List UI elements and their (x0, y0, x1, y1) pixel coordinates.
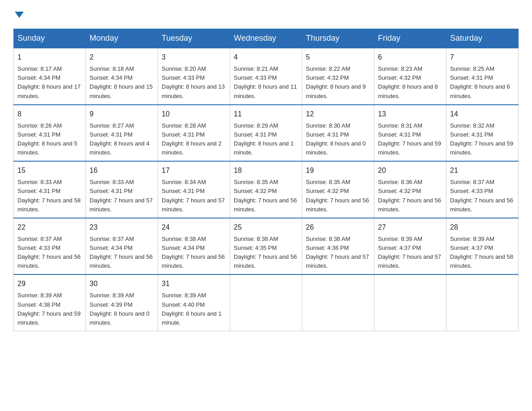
day-info: Sunrise: 8:21 AMSunset: 4:33 PMDaylight:… (234, 65, 297, 99)
calendar-cell: 3 Sunrise: 8:20 AMSunset: 4:33 PMDayligh… (158, 48, 230, 105)
column-header-monday: Monday (86, 29, 158, 48)
calendar-cell: 4 Sunrise: 8:21 AMSunset: 4:33 PMDayligh… (230, 48, 302, 105)
page-header (13, 9, 519, 20)
day-info: Sunrise: 8:35 AMSunset: 4:32 PMDaylight:… (306, 179, 369, 212)
day-info: Sunrise: 8:38 AMSunset: 4:36 PMDaylight:… (306, 235, 369, 269)
calendar-cell: 12 Sunrise: 8:30 AMSunset: 4:31 PMDaylig… (302, 105, 374, 162)
day-info: Sunrise: 8:31 AMSunset: 4:31 PMDaylight:… (378, 122, 441, 156)
day-number: 7 (450, 52, 515, 63)
day-number: 11 (234, 109, 298, 120)
day-number: 18 (234, 165, 298, 176)
day-info: Sunrise: 8:17 AMSunset: 4:34 PMDaylight:… (17, 65, 81, 99)
day-info: Sunrise: 8:28 AMSunset: 4:31 PMDaylight:… (162, 122, 222, 156)
calendar-cell: 19 Sunrise: 8:35 AMSunset: 4:32 PMDaylig… (302, 161, 374, 218)
calendar-cell: 16 Sunrise: 8:33 AMSunset: 4:31 PMDaylig… (86, 161, 158, 218)
calendar-cell: 15 Sunrise: 8:33 AMSunset: 4:31 PMDaylig… (14, 161, 86, 218)
column-header-friday: Friday (374, 29, 446, 48)
day-number: 19 (306, 165, 370, 176)
calendar-cell: 28 Sunrise: 8:39 AMSunset: 4:37 PMDaylig… (446, 218, 519, 275)
day-number: 15 (17, 165, 82, 176)
day-info: Sunrise: 8:29 AMSunset: 4:31 PMDaylight:… (234, 122, 294, 156)
day-number: 12 (306, 109, 370, 120)
calendar-cell (230, 274, 302, 331)
day-number: 29 (17, 278, 82, 289)
calendar-week-row: 1 Sunrise: 8:17 AMSunset: 4:34 PMDayligh… (14, 48, 519, 105)
day-number: 13 (378, 109, 442, 120)
day-number: 17 (162, 165, 226, 176)
calendar-cell: 18 Sunrise: 8:35 AMSunset: 4:32 PMDaylig… (230, 161, 302, 218)
calendar-week-row: 15 Sunrise: 8:33 AMSunset: 4:31 PMDaylig… (14, 161, 519, 218)
day-info: Sunrise: 8:39 AMSunset: 4:37 PMDaylight:… (450, 235, 513, 269)
logo (13, 9, 24, 20)
calendar-week-row: 8 Sunrise: 8:26 AMSunset: 4:31 PMDayligh… (14, 105, 519, 162)
day-info: Sunrise: 8:37 AMSunset: 4:34 PMDaylight:… (90, 235, 153, 269)
calendar-cell: 1 Sunrise: 8:17 AMSunset: 4:34 PMDayligh… (14, 48, 86, 105)
calendar-cell (374, 274, 446, 331)
day-info: Sunrise: 8:23 AMSunset: 4:32 PMDaylight:… (378, 65, 438, 99)
day-number: 4 (234, 52, 298, 63)
calendar-cell (446, 274, 519, 331)
calendar-cell: 6 Sunrise: 8:23 AMSunset: 4:32 PMDayligh… (374, 48, 446, 105)
calendar-cell: 31 Sunrise: 8:39 AMSunset: 4:40 PMDaylig… (158, 274, 230, 331)
day-number: 20 (378, 165, 442, 176)
day-info: Sunrise: 8:36 AMSunset: 4:32 PMDaylight:… (378, 179, 441, 212)
day-info: Sunrise: 8:35 AMSunset: 4:32 PMDaylight:… (234, 179, 297, 212)
day-number: 14 (450, 109, 515, 120)
svg-marker-0 (15, 12, 24, 18)
column-header-sunday: Sunday (14, 29, 86, 48)
column-header-saturday: Saturday (446, 29, 519, 48)
day-number: 22 (17, 222, 82, 233)
calendar-cell: 7 Sunrise: 8:25 AMSunset: 4:31 PMDayligh… (446, 48, 519, 105)
calendar-cell: 11 Sunrise: 8:29 AMSunset: 4:31 PMDaylig… (230, 105, 302, 162)
calendar-header-row: SundayMondayTuesdayWednesdayThursdayFrid… (14, 29, 519, 48)
day-info: Sunrise: 8:39 AMSunset: 4:37 PMDaylight:… (378, 235, 441, 269)
day-number: 6 (378, 52, 442, 63)
day-info: Sunrise: 8:22 AMSunset: 4:32 PMDaylight:… (306, 65, 366, 99)
calendar-cell: 10 Sunrise: 8:28 AMSunset: 4:31 PMDaylig… (158, 105, 230, 162)
day-info: Sunrise: 8:39 AMSunset: 4:40 PMDaylight:… (162, 292, 222, 325)
day-info: Sunrise: 8:27 AMSunset: 4:31 PMDaylight:… (90, 122, 150, 156)
calendar-cell: 5 Sunrise: 8:22 AMSunset: 4:32 PMDayligh… (302, 48, 374, 105)
calendar-cell: 9 Sunrise: 8:27 AMSunset: 4:31 PMDayligh… (86, 105, 158, 162)
day-info: Sunrise: 8:38 AMSunset: 4:35 PMDaylight:… (234, 235, 297, 269)
day-info: Sunrise: 8:18 AMSunset: 4:34 PMDaylight:… (90, 65, 153, 99)
day-number: 27 (378, 222, 442, 233)
day-number: 1 (17, 52, 82, 63)
calendar-week-row: 22 Sunrise: 8:37 AMSunset: 4:33 PMDaylig… (14, 218, 519, 275)
day-number: 25 (234, 222, 298, 233)
day-info: Sunrise: 8:38 AMSunset: 4:34 PMDaylight:… (162, 235, 225, 269)
day-info: Sunrise: 8:34 AMSunset: 4:31 PMDaylight:… (162, 179, 225, 212)
day-info: Sunrise: 8:26 AMSunset: 4:31 PMDaylight:… (17, 122, 77, 156)
day-number: 30 (90, 278, 154, 289)
day-number: 2 (90, 52, 154, 63)
calendar-cell: 24 Sunrise: 8:38 AMSunset: 4:34 PMDaylig… (158, 218, 230, 275)
calendar-cell: 27 Sunrise: 8:39 AMSunset: 4:37 PMDaylig… (374, 218, 446, 275)
day-info: Sunrise: 8:33 AMSunset: 4:31 PMDaylight:… (90, 179, 153, 212)
day-number: 8 (17, 109, 82, 120)
calendar-cell: 14 Sunrise: 8:32 AMSunset: 4:31 PMDaylig… (446, 105, 519, 162)
calendar-cell: 29 Sunrise: 8:39 AMSunset: 4:38 PMDaylig… (14, 274, 86, 331)
calendar-cell: 2 Sunrise: 8:18 AMSunset: 4:34 PMDayligh… (86, 48, 158, 105)
column-header-wednesday: Wednesday (230, 29, 302, 48)
day-number: 9 (90, 109, 154, 120)
calendar-cell: 20 Sunrise: 8:36 AMSunset: 4:32 PMDaylig… (374, 161, 446, 218)
day-info: Sunrise: 8:37 AMSunset: 4:33 PMDaylight:… (17, 235, 81, 269)
calendar-cell: 22 Sunrise: 8:37 AMSunset: 4:33 PMDaylig… (14, 218, 86, 275)
day-number: 26 (306, 222, 370, 233)
calendar-cell: 17 Sunrise: 8:34 AMSunset: 4:31 PMDaylig… (158, 161, 230, 218)
day-number: 28 (450, 222, 515, 233)
day-number: 23 (90, 222, 154, 233)
calendar-cell: 26 Sunrise: 8:38 AMSunset: 4:36 PMDaylig… (302, 218, 374, 275)
calendar-cell: 23 Sunrise: 8:37 AMSunset: 4:34 PMDaylig… (86, 218, 158, 275)
day-info: Sunrise: 8:30 AMSunset: 4:31 PMDaylight:… (306, 122, 366, 156)
logo-arrow-icon (15, 10, 24, 21)
day-info: Sunrise: 8:33 AMSunset: 4:31 PMDaylight:… (17, 179, 81, 212)
day-info: Sunrise: 8:32 AMSunset: 4:31 PMDaylight:… (450, 122, 513, 156)
day-info: Sunrise: 8:37 AMSunset: 4:33 PMDaylight:… (450, 179, 513, 212)
column-header-thursday: Thursday (302, 29, 374, 48)
day-number: 24 (162, 222, 226, 233)
day-info: Sunrise: 8:39 AMSunset: 4:39 PMDaylight:… (90, 292, 150, 325)
calendar-cell (302, 274, 374, 331)
day-number: 5 (306, 52, 370, 63)
calendar-week-row: 29 Sunrise: 8:39 AMSunset: 4:38 PMDaylig… (14, 274, 519, 331)
